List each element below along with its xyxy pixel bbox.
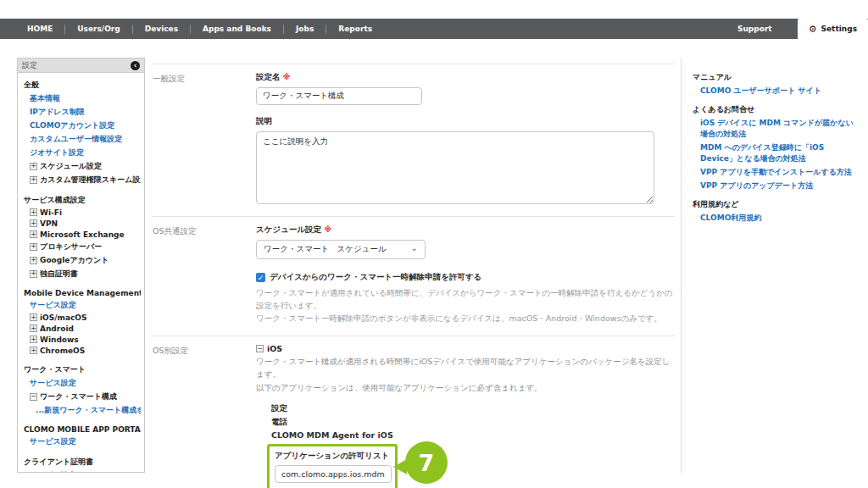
schedule-help-text-1: ワーク・スマートが適用されている時間帯に、デバイスからワーク・スマートの一時解除… (256, 287, 675, 312)
sidebar-item-windows[interactable]: + Windows (22, 334, 141, 345)
chevron-left-icon: ‹ (134, 62, 137, 69)
sidebar-item-proxy-server[interactable]: + プロキシサーバー (22, 240, 141, 253)
help-link-ios-device-registration[interactable]: MDM へのデバイス登録時に「iOS Device」となる場合の対処法 (700, 142, 860, 164)
sidebar-group-header: サービス構成設定 (22, 194, 141, 207)
section-os-specific: OS別設定 − iOS ワーク・スマート構成が適用される時間帯にiOSデバイスで… (153, 336, 675, 488)
expand-icon[interactable]: + (30, 176, 37, 184)
sidebar-item-google-account[interactable]: + Googleアカウント (22, 253, 141, 267)
expand-icon[interactable]: + (30, 324, 37, 332)
sidebar-header: 設定 ‹ (18, 58, 144, 73)
help-link-clomo-terms[interactable]: CLOMO利用規約 (700, 213, 860, 224)
sidebar-item-label: 独自証明書 (40, 269, 78, 280)
nav-item-apps-and-books[interactable]: Apps and Books (191, 25, 283, 33)
sidebar-group-work-smart: ワーク・スマート サービス設定 − ワーク・スマート構成 ...新規ワーク・スマ… (22, 363, 141, 417)
sidebar-item-label: スケジュール設定 (40, 161, 102, 172)
allowlist-highlight-box: アプリケーションの許可リスト パッケージ名を追加する 7 (267, 444, 398, 488)
ios-section-toggle[interactable]: − iOS (256, 344, 675, 353)
sidebar-item-label: iOS/macOS (40, 313, 86, 322)
schedule-select-value: ワーク・スマート スケジュール (264, 244, 387, 255)
expand-icon[interactable]: + (30, 219, 37, 227)
nav-item-support[interactable]: Support (737, 19, 772, 39)
sidebar-item-app-portal-service-settings[interactable]: サービス設定 (22, 435, 141, 448)
expand-icon[interactable]: + (30, 270, 37, 278)
schedule-help-text-2: ワーク・スマート一時解除申請のボタンが非表示になるデバイスは、macOS・And… (256, 313, 675, 325)
sidebar-item-ip-restriction[interactable]: IPアドレス制限 (22, 105, 141, 119)
collapse-icon[interactable]: − (30, 393, 37, 401)
sidebar-group-header: CLOMO MOBILE APP PORTAL (22, 424, 141, 435)
sidebar-item-microsoft-exchange[interactable]: + Microsoft Exchange (22, 229, 141, 240)
expand-icon[interactable]: + (30, 230, 37, 238)
sidebar-item-label: Android (40, 324, 74, 333)
setting-name-input[interactable] (256, 87, 422, 105)
schedule-select[interactable]: ワーク・スマート スケジュール ⌄ (256, 240, 426, 259)
schedule-label: スケジュール設定※ (256, 225, 675, 236)
sidebar-item-schedule-settings[interactable]: + スケジュール設定 (22, 159, 141, 173)
section-os-common: OS共通設定 スケジュール設定※ ワーク・スマート スケジュール ⌄ ✓ デバイ… (153, 216, 675, 336)
expand-icon[interactable]: + (30, 336, 37, 343)
nav-item-devices[interactable]: Devices (133, 25, 190, 33)
help-link-mdm-command-not-delivered[interactable]: iOS デバイスに MDM コマンドが届かない場合の対処法 (700, 118, 860, 140)
sidebar-item-chromeos[interactable]: + ChromeOS (22, 345, 141, 356)
allowlist-package-input[interactable] (275, 465, 392, 483)
sidebar-item-basic-info[interactable]: 基本情報 (22, 92, 141, 105)
nav-item-jobs[interactable]: Jobs (284, 25, 326, 33)
checkmark-icon: ✓ (258, 274, 264, 282)
chevron-down-icon: ⌄ (411, 244, 418, 252)
section-label: OS別設定 (153, 344, 256, 488)
help-link-vpp-update[interactable]: VPP アプリのアップデート方法 (700, 180, 860, 191)
help-panel: マニュアル CLOMO ユーザーサポート サイト よくあるお問合せ iOS デバ… (693, 64, 860, 226)
builtin-app: CLOMO MDM Agent for iOS (271, 429, 675, 442)
expand-icon[interactable]: + (30, 243, 37, 251)
field-label-text: スケジュール設定 (256, 225, 321, 234)
description-label: 説明 (256, 116, 675, 127)
sidebar-item-label: Wi-Fi (40, 208, 62, 217)
tab-settings[interactable]: ⚙ Settings (798, 19, 868, 39)
sidebar-item-work-smart-config[interactable]: − ワーク・スマート構成 (22, 390, 141, 403)
sidebar-group-header: ワーク・スマート (22, 363, 141, 376)
sidebar-item-clomo-account[interactable]: CLOMOアカウント設定 (22, 119, 141, 132)
description-textarea[interactable]: ここに説明を入力 (256, 131, 654, 204)
sidebar-item-custom-permission-scheme[interactable]: + カスタム管理権限スキーム設定 (22, 173, 141, 186)
expand-icon[interactable]: + (30, 163, 37, 170)
expand-icon[interactable]: + (30, 257, 37, 264)
ios-description-2: 以下のアプリケーションは、使用可能なアプリケーションに必ず含まれます。 (256, 382, 675, 395)
sidebar-item-android[interactable]: + Android (22, 323, 141, 334)
builtin-app: 設定 (271, 402, 675, 415)
expand-icon[interactable]: + (30, 347, 37, 354)
collapse-icon[interactable]: − (256, 345, 264, 352)
ios-section-label: iOS (267, 344, 282, 353)
sidebar-item-custom-certificate[interactable]: + 独自証明書 (22, 267, 141, 280)
sidebar-item-vpn[interactable]: + VPN (22, 218, 141, 229)
allow-release-checkbox-row: ✓ デバイスからのワーク・スマート一時解除申請を許可する (256, 272, 675, 283)
sidebar-item-custom-user-info[interactable]: カスタムユーザー情報設定 (22, 132, 141, 146)
expand-icon[interactable]: + (30, 208, 37, 216)
sidebar-item-label: Googleアカウント (40, 255, 108, 266)
sidebar-item-label: ChromeOS (40, 347, 85, 355)
expand-icon[interactable]: + (30, 313, 37, 321)
sidebar-collapse-button[interactable]: ‹ (131, 61, 140, 70)
sidebar-item-label: Windows (40, 336, 79, 344)
allow-release-checkbox[interactable]: ✓ (256, 273, 265, 282)
sidebar-item-new-work-smart-config[interactable]: ...新規ワーク・スマート構成を... (22, 403, 141, 417)
nav-item-home[interactable]: HOME (15, 25, 64, 33)
sidebar-item-geosite[interactable]: ジオサイト設定 (22, 146, 141, 159)
sidebar-group-header: クライアント証明書 (22, 456, 141, 469)
gear-icon: ⚙ (809, 25, 817, 34)
sidebar-group-service-config: サービス構成設定 + Wi-Fi + VPN + Microsoft Excha… (22, 194, 141, 280)
help-link-user-support-site[interactable]: CLOMO ユーザーサポート サイト (700, 86, 860, 97)
sidebar-item-wifi[interactable]: + Wi-Fi (22, 207, 141, 218)
setting-name-label: 設定名※ (256, 72, 675, 83)
settings-label: Settings (821, 25, 857, 33)
sidebar-item-cert-service-settings[interactable]: サービス設定 (22, 469, 141, 473)
required-mark: ※ (283, 72, 291, 81)
nav-right: Support ⚙ Settings (737, 19, 868, 39)
nav-item-users-org[interactable]: Users/Org (65, 25, 131, 33)
sidebar-item-mdm-service-settings[interactable]: サービス設定 (22, 298, 141, 312)
help-link-vpp-manual-install[interactable]: VPP アプリを手動でインストールする方法 (700, 167, 860, 178)
field-label-text: 設定名 (256, 72, 281, 81)
sidebar-item-ios-macos[interactable]: + iOS/macOS (22, 312, 141, 323)
sidebar-item-work-smart-service-settings[interactable]: サービス設定 (22, 376, 141, 390)
nav-item-reports[interactable]: Reports (326, 25, 384, 33)
section-general-settings: 一般設定 設定名※ 説明 ここに説明を入力 (153, 64, 675, 216)
sidebar-title: 設定 (22, 60, 37, 71)
